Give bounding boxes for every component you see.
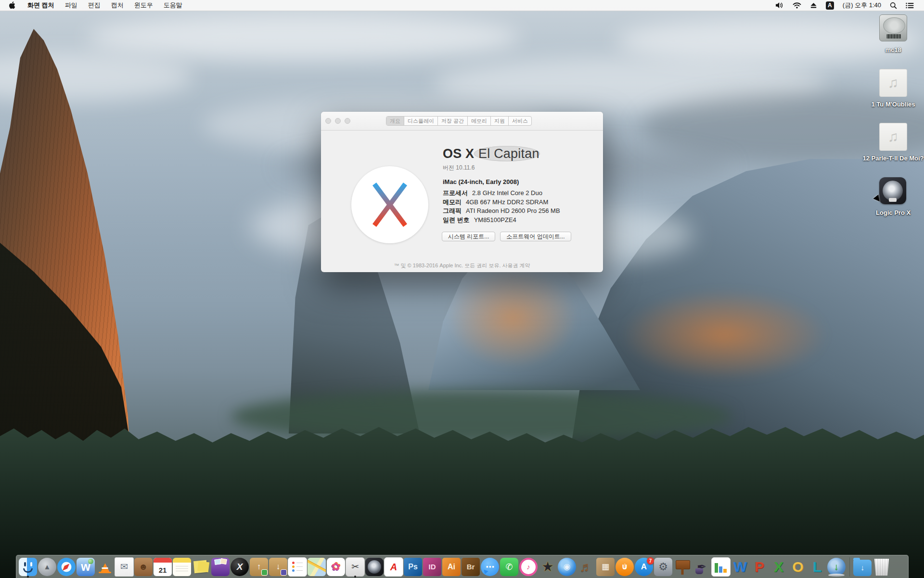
dock-trash-icon[interactable]: [872, 556, 891, 578]
clock-menu[interactable]: (금) 오후 1:40: [838, 0, 886, 11]
tab-displays[interactable]: 디스플레이: [404, 117, 438, 125]
wifi-menu[interactable]: [788, 0, 806, 11]
dock-divider: [846, 556, 853, 578]
close-button[interactable]: [325, 118, 331, 124]
tab-overview[interactable]: 개요: [386, 117, 404, 125]
desktop-icon-tu-moublies[interactable]: ♫1 Tu M'Oublies: [861, 69, 924, 108]
desktop-icon-mc18[interactable]: mc18: [861, 14, 924, 53]
minimize-button[interactable]: [335, 118, 341, 124]
dock-maps-icon[interactable]: [307, 556, 326, 578]
menu-item-capture-menu[interactable]: 캡처: [106, 0, 129, 11]
menu-item-app-menu[interactable]: 화면 캡처: [22, 0, 60, 11]
spotlight-menu[interactable]: [886, 0, 901, 11]
dock-itunes-icon[interactable]: ♪: [519, 556, 538, 578]
dock-outlook-icon[interactable]: O: [788, 556, 808, 578]
dock-lync-icon[interactable]: L: [808, 556, 827, 578]
spec-row: 일련 번호YM85100PZE4: [443, 216, 560, 225]
dock-acrobat-icon[interactable]: A: [384, 556, 403, 578]
dock-contacts-icon[interactable]: ☻: [134, 556, 153, 578]
dock-excel-icon[interactable]: X: [769, 556, 788, 578]
dock-photo-collage-app-icon[interactable]: ▦: [596, 556, 615, 578]
dock-toast-icon[interactable]: [211, 556, 230, 578]
mac-model: iMac (24-inch, Early 2008): [443, 178, 519, 185]
desktop-icon-label: 12 Parle-T-Il De Moi?: [861, 155, 924, 162]
dock-pages-icon[interactable]: ✒: [692, 556, 711, 578]
volume-menu[interactable]: [771, 0, 788, 11]
dock-app-store-icon[interactable]: A7: [634, 556, 654, 578]
dock-facetime-icon[interactable]: ✆: [500, 556, 519, 578]
notification-center-menu[interactable]: [901, 0, 918, 11]
dock-word-icon[interactable]: W: [731, 556, 750, 578]
menu-item-help-menu[interactable]: 도움말: [158, 0, 188, 11]
dock-bridge-icon[interactable]: Br: [461, 556, 480, 578]
dock-dropstuff-icon[interactable]: ↓: [269, 556, 288, 578]
tab-service[interactable]: 서비스: [509, 117, 531, 125]
audio-icon: ♫: [879, 123, 908, 151]
dock-stickies-icon[interactable]: [192, 556, 211, 578]
dock-indesign-icon[interactable]: ID: [423, 556, 442, 578]
dock-launchpad-icon[interactable]: ▲: [38, 556, 57, 578]
cursor-arrow-icon: [873, 195, 884, 206]
dock-messages-icon[interactable]: ⋯: [480, 556, 500, 578]
dock-powerpoint-icon[interactable]: P: [750, 556, 769, 578]
tab-storage[interactable]: 저장 공간: [438, 117, 468, 125]
menu-item-window-menu[interactable]: 윈도우: [129, 0, 158, 11]
dock-photoshop-icon[interactable]: Ps: [403, 556, 423, 578]
system-report-button[interactable]: 시스템 리포트...: [442, 232, 495, 241]
tab-memory[interactable]: 메모리: [468, 117, 491, 125]
about-this-mac-window: 개요디스플레이저장 공간메모리지원서비스 OS X El Capitan 버전 …: [321, 112, 603, 272]
apple-menu[interactable]: [0, 0, 22, 11]
menu-item-edit-menu[interactable]: 편집: [83, 0, 106, 11]
software-update-button[interactable]: 소프트웨어 업데이트...: [500, 232, 571, 241]
spec-list: 프로세서2.8 GHz Intel Core 2 Duo메모리4GB 667 M…: [443, 189, 560, 224]
spec-value: 2.8 GHz Intel Core 2 Duo: [472, 189, 542, 197]
logic-pro-icon: [879, 177, 906, 204]
zoom-button[interactable]: [345, 118, 350, 124]
input-source-menu[interactable]: A: [821, 0, 838, 11]
drive-icon: [879, 14, 908, 42]
dock-keynote-icon[interactable]: [673, 556, 692, 578]
dock-imovie-icon[interactable]: ★: [538, 556, 557, 578]
dock-system-preferences-icon[interactable]: ⚙: [654, 556, 673, 578]
desktop-icon-logic-pro-x[interactable]: Logic Pro X: [861, 177, 924, 216]
dock-screen-capture-icon[interactable]: ✂: [346, 556, 365, 578]
wallpaper: [0, 0, 924, 578]
desktop-icon-parle-t-il[interactable]: ♫12 Parle-T-Il De Moi?: [861, 123, 924, 162]
dock-numbers-icon[interactable]: [711, 556, 731, 578]
dock-downloads-folder-icon[interactable]: ↓: [853, 556, 872, 578]
dock-idvd-icon[interactable]: ◉: [557, 556, 577, 578]
dock: ▲◆w▲✉☻21X↑↓✿✂APsIDAiBr⋯✆♪★◉♬▦∪A7⚙✒WPXOL↓…: [16, 555, 909, 578]
dock-web-download-app-icon[interactable]: ↓: [827, 556, 846, 578]
dock-finder-icon[interactable]: [18, 556, 38, 578]
menubar-menus: 화면 캡처파일편집캡처윈도우도움말: [22, 0, 188, 11]
dock-vlc-icon[interactable]: ▲: [95, 556, 115, 578]
dock-x-photo-app-icon[interactable]: X: [230, 556, 249, 578]
dock-reminders-icon[interactable]: [288, 556, 307, 578]
os-x-logo: [351, 166, 428, 243]
dock-stuffit-expander-icon[interactable]: ↑: [249, 556, 269, 578]
tab-support[interactable]: 지원: [491, 117, 509, 125]
eject-menu[interactable]: [806, 0, 821, 11]
hard-drive-icon: [879, 14, 907, 41]
dock-logic-pro-icon[interactable]: [365, 556, 384, 578]
copyright-text: ™ 및 © 1983-2016 Apple Inc. 모든 권리 보유. 사용권…: [321, 262, 603, 269]
wifi-icon: [793, 2, 801, 9]
dock-blue-w-app-icon[interactable]: w: [76, 556, 95, 578]
spec-row: 메모리4GB 667 MHz DDR2 SDRAM: [443, 198, 560, 207]
logic-icon: [879, 177, 908, 205]
dock-mail-icon[interactable]: ✉: [115, 556, 134, 578]
spec-row: 프로세서2.8 GHz Intel Core 2 Duo: [443, 189, 560, 198]
dock-ibooks-icon[interactable]: ∪: [615, 556, 634, 578]
dock-garageband-icon[interactable]: ♬: [577, 556, 596, 578]
dock-illustrator-icon[interactable]: Ai: [442, 556, 461, 578]
menu-item-file-menu[interactable]: 파일: [60, 0, 83, 11]
audio-file-icon: ♫: [879, 123, 907, 151]
dock-calendar-icon[interactable]: 21: [153, 556, 172, 578]
about-buttons: 시스템 리포트...소프트웨어 업데이트...: [442, 232, 571, 241]
desktop-icon-label: mc18: [861, 46, 924, 53]
dock-notes-icon[interactable]: [172, 556, 192, 578]
dock-photos-icon[interactable]: ✿: [326, 556, 346, 578]
window-titlebar[interactable]: 개요디스플레이저장 공간메모리지원서비스: [321, 112, 603, 131]
dock-safari-icon[interactable]: ◆: [57, 556, 76, 578]
os-title: OS X El Capitan: [443, 146, 540, 161]
